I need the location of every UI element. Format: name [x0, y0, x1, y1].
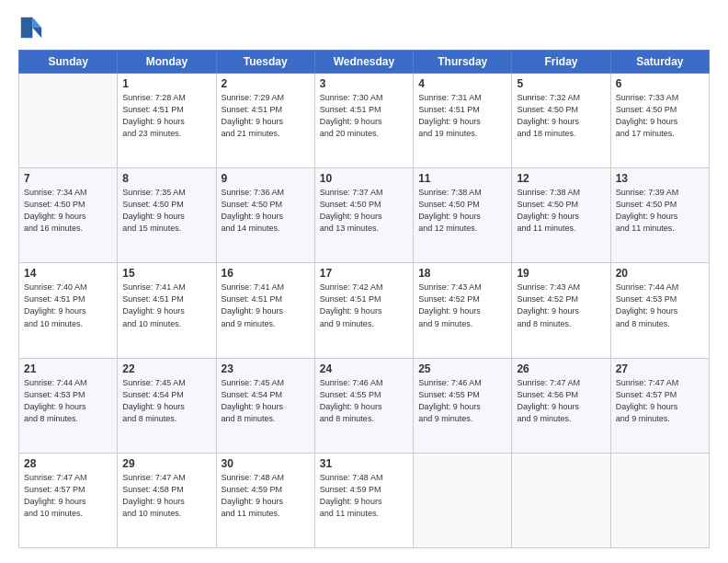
calendar-cell: 24Sunrise: 7:46 AM Sunset: 4:55 PM Dayli…	[314, 358, 413, 453]
day-info: Sunrise: 7:30 AM Sunset: 4:51 PM Dayligh…	[320, 92, 408, 140]
day-info: Sunrise: 7:33 AM Sunset: 4:50 PM Dayligh…	[616, 92, 704, 140]
day-number: 31	[320, 457, 408, 470]
day-number: 30	[222, 457, 310, 470]
svg-rect-2	[21, 17, 33, 38]
calendar-cell: 18Sunrise: 7:43 AM Sunset: 4:52 PM Dayli…	[414, 263, 512, 358]
day-info: Sunrise: 7:35 AM Sunset: 4:50 PM Dayligh…	[122, 187, 210, 235]
day-number: 1	[122, 77, 210, 90]
calendar-cell: 26Sunrise: 7:47 AM Sunset: 4:56 PM Dayli…	[512, 358, 610, 453]
calendar-cell: 28Sunrise: 7:47 AM Sunset: 4:57 PM Dayli…	[19, 453, 118, 547]
day-info: Sunrise: 7:46 AM Sunset: 4:55 PM Dayligh…	[418, 377, 506, 425]
day-info: Sunrise: 7:44 AM Sunset: 4:53 PM Dayligh…	[616, 282, 704, 329]
calendar-cell: 6Sunrise: 7:33 AM Sunset: 4:50 PM Daylig…	[610, 74, 709, 168]
svg-marker-0	[32, 17, 41, 28]
day-info: Sunrise: 7:43 AM Sunset: 4:52 PM Dayligh…	[517, 282, 605, 329]
day-info: Sunrise: 7:45 AM Sunset: 4:54 PM Dayligh…	[222, 377, 310, 425]
day-info: Sunrise: 7:44 AM Sunset: 4:53 PM Dayligh…	[24, 377, 112, 425]
header	[18, 15, 710, 40]
day-info: Sunrise: 7:31 AM Sunset: 4:51 PM Dayligh…	[418, 92, 506, 140]
calendar-cell: 30Sunrise: 7:48 AM Sunset: 4:59 PM Dayli…	[216, 453, 314, 547]
day-number: 28	[24, 457, 112, 470]
day-number: 14	[24, 267, 112, 280]
calendar-week-row: 7Sunrise: 7:34 AM Sunset: 4:50 PM Daylig…	[19, 168, 710, 263]
calendar-cell: 2Sunrise: 7:29 AM Sunset: 4:51 PM Daylig…	[216, 74, 314, 168]
day-number: 11	[418, 172, 506, 185]
day-number: 19	[517, 267, 605, 280]
calendar-cell: 7Sunrise: 7:34 AM Sunset: 4:50 PM Daylig…	[19, 168, 118, 263]
day-info: Sunrise: 7:40 AM Sunset: 4:51 PM Dayligh…	[24, 282, 112, 329]
day-info: Sunrise: 7:41 AM Sunset: 4:51 PM Dayligh…	[122, 282, 210, 329]
header-row: SundayMondayTuesdayWednesdayThursdayFrid…	[19, 51, 710, 74]
day-info: Sunrise: 7:48 AM Sunset: 4:59 PM Dayligh…	[320, 472, 408, 520]
day-number: 21	[24, 362, 112, 375]
day-number: 8	[122, 172, 210, 185]
day-header: Wednesday	[314, 51, 413, 74]
day-info: Sunrise: 7:48 AM Sunset: 4:59 PM Dayligh…	[222, 472, 310, 520]
day-number: 22	[122, 362, 210, 375]
day-info: Sunrise: 7:45 AM Sunset: 4:54 PM Dayligh…	[122, 377, 210, 425]
day-info: Sunrise: 7:43 AM Sunset: 4:52 PM Dayligh…	[418, 282, 506, 329]
calendar-cell: 11Sunrise: 7:38 AM Sunset: 4:50 PM Dayli…	[414, 168, 512, 263]
day-number: 4	[418, 77, 506, 90]
calendar-week-row: 1Sunrise: 7:28 AM Sunset: 4:51 PM Daylig…	[19, 74, 710, 168]
day-number: 16	[222, 267, 310, 280]
day-number: 17	[320, 267, 408, 280]
day-info: Sunrise: 7:46 AM Sunset: 4:55 PM Dayligh…	[320, 377, 408, 425]
day-header: Saturday	[610, 51, 709, 74]
day-number: 12	[517, 172, 605, 185]
calendar-week-row: 14Sunrise: 7:40 AM Sunset: 4:51 PM Dayli…	[19, 263, 710, 358]
calendar-week-row: 28Sunrise: 7:47 AM Sunset: 4:57 PM Dayli…	[19, 453, 710, 547]
day-info: Sunrise: 7:47 AM Sunset: 4:57 PM Dayligh…	[24, 472, 112, 520]
calendar-cell	[414, 453, 512, 547]
calendar-cell: 13Sunrise: 7:39 AM Sunset: 4:50 PM Dayli…	[610, 168, 709, 263]
calendar-cell	[19, 74, 118, 168]
calendar-cell: 29Sunrise: 7:47 AM Sunset: 4:58 PM Dayli…	[118, 453, 216, 547]
day-info: Sunrise: 7:29 AM Sunset: 4:51 PM Dayligh…	[222, 92, 310, 140]
calendar-cell: 16Sunrise: 7:41 AM Sunset: 4:51 PM Dayli…	[216, 263, 314, 358]
day-header: Sunday	[19, 51, 118, 74]
calendar-cell: 3Sunrise: 7:30 AM Sunset: 4:51 PM Daylig…	[314, 74, 413, 168]
calendar-cell: 27Sunrise: 7:47 AM Sunset: 4:57 PM Dayli…	[610, 358, 709, 453]
calendar-table: SundayMondayTuesdayWednesdayThursdayFrid…	[18, 50, 710, 548]
calendar-cell: 4Sunrise: 7:31 AM Sunset: 4:51 PM Daylig…	[414, 74, 512, 168]
day-number: 25	[418, 362, 506, 375]
day-info: Sunrise: 7:38 AM Sunset: 4:50 PM Dayligh…	[517, 187, 605, 235]
calendar-cell: 1Sunrise: 7:28 AM Sunset: 4:51 PM Daylig…	[118, 74, 216, 168]
day-info: Sunrise: 7:47 AM Sunset: 4:58 PM Dayligh…	[122, 472, 210, 520]
svg-marker-1	[32, 28, 41, 38]
day-info: Sunrise: 7:38 AM Sunset: 4:50 PM Dayligh…	[418, 187, 506, 235]
day-info: Sunrise: 7:41 AM Sunset: 4:51 PM Dayligh…	[222, 282, 310, 329]
day-number: 7	[24, 172, 112, 185]
calendar-cell: 9Sunrise: 7:36 AM Sunset: 4:50 PM Daylig…	[216, 168, 314, 263]
day-number: 15	[122, 267, 210, 280]
day-number: 20	[616, 267, 704, 280]
calendar-cell: 23Sunrise: 7:45 AM Sunset: 4:54 PM Dayli…	[216, 358, 314, 453]
calendar-cell	[512, 453, 610, 547]
day-number: 5	[517, 77, 605, 90]
day-number: 18	[418, 267, 506, 280]
logo	[18, 15, 48, 40]
calendar-cell: 12Sunrise: 7:38 AM Sunset: 4:50 PM Dayli…	[512, 168, 610, 263]
day-header: Thursday	[414, 51, 512, 74]
day-info: Sunrise: 7:34 AM Sunset: 4:50 PM Dayligh…	[24, 187, 112, 235]
day-number: 2	[222, 77, 310, 90]
calendar-week-row: 21Sunrise: 7:44 AM Sunset: 4:53 PM Dayli…	[19, 358, 710, 453]
calendar-cell: 17Sunrise: 7:42 AM Sunset: 4:51 PM Dayli…	[314, 263, 413, 358]
calendar-cell: 19Sunrise: 7:43 AM Sunset: 4:52 PM Dayli…	[512, 263, 610, 358]
logo-icon	[18, 15, 44, 40]
day-number: 6	[616, 77, 704, 90]
day-info: Sunrise: 7:39 AM Sunset: 4:50 PM Dayligh…	[616, 187, 704, 235]
calendar-cell: 5Sunrise: 7:32 AM Sunset: 4:50 PM Daylig…	[512, 74, 610, 168]
day-number: 23	[222, 362, 310, 375]
day-header: Friday	[512, 51, 610, 74]
calendar-cell: 14Sunrise: 7:40 AM Sunset: 4:51 PM Dayli…	[19, 263, 118, 358]
day-info: Sunrise: 7:37 AM Sunset: 4:50 PM Dayligh…	[320, 187, 408, 235]
calendar-cell: 20Sunrise: 7:44 AM Sunset: 4:53 PM Dayli…	[610, 263, 709, 358]
day-number: 29	[122, 457, 210, 470]
calendar-cell: 21Sunrise: 7:44 AM Sunset: 4:53 PM Dayli…	[19, 358, 118, 453]
day-number: 13	[616, 172, 704, 185]
calendar-cell: 25Sunrise: 7:46 AM Sunset: 4:55 PM Dayli…	[414, 358, 512, 453]
day-info: Sunrise: 7:42 AM Sunset: 4:51 PM Dayligh…	[320, 282, 408, 329]
day-header: Tuesday	[216, 51, 314, 74]
calendar-cell	[610, 453, 709, 547]
